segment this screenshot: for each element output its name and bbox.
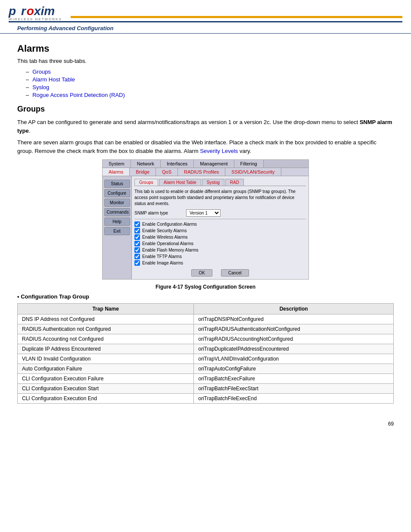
trap-name-cell: CLI Configuration Execution Start — [18, 384, 194, 394]
subtab-item-alarm-host[interactable]: – Alarm Host Table — [26, 76, 394, 83]
nav-configure[interactable]: Configure — [104, 189, 130, 197]
description-cell: oriTrapBatchExecFailure — [194, 374, 394, 384]
snmp-label: SNMP alarm type — [134, 211, 186, 215]
checkbox-security-alarms-input[interactable] — [134, 228, 140, 233]
trap-name-cell: CLI Configuration Execution Failure — [18, 374, 194, 384]
subtab-link-rad[interactable]: Rogue Access Point Detection (RAD) — [32, 92, 125, 98]
trap-name-cell: RADIUS Accounting not Configured — [18, 334, 194, 344]
logo-o: o — [27, 4, 34, 18]
tab-radius-profiles[interactable]: RADIUS Profiles — [178, 168, 225, 176]
description-cell: oriTrapRADIUSAuthenticationNotConfigured — [194, 324, 394, 334]
groups-para1: The AP can be configured to generate and… — [17, 118, 394, 135]
tab-ssid-vlan[interactable]: SSID/VLAN/Security — [225, 168, 281, 176]
inner-tab-groups[interactable]: Groups — [134, 179, 158, 186]
trap-name-cell: VLAN ID Invalid Configuration — [18, 354, 194, 364]
logo-x: x — [34, 4, 41, 18]
checkbox-operational-alarms-label: Enable Operational Alarms — [142, 241, 193, 246]
checkbox-security-alarms-label: Enable Security Alarms — [142, 228, 187, 233]
snmp-row: SNMP alarm type Version 1 Version 2c — [134, 209, 306, 217]
bullet-heading: • Configuration Trap Group — [17, 293, 394, 300]
subtabs-list: – Groups – Alarm Host Table – Syslog – R… — [26, 68, 394, 98]
checkbox-image-alarms-input[interactable] — [134, 260, 140, 266]
nav-status[interactable]: Status — [104, 180, 130, 188]
checkbox-flash-alarms-input[interactable] — [134, 247, 140, 253]
screenshot-desc: This tab is used to enable or disable di… — [134, 189, 306, 207]
subtab-item-groups[interactable]: – Groups — [26, 68, 394, 75]
subtab-link-alarm-host[interactable]: Alarm Host Table — [32, 76, 75, 83]
description-cell: oriTrapBatchFileExecStart — [194, 384, 394, 394]
trap-name-cell: Auto Configuration Failure — [18, 364, 194, 374]
checkbox-operational-alarms-input[interactable] — [134, 241, 140, 246]
snmp-select[interactable]: Version 1 Version 2c — [186, 209, 221, 217]
tab-filtering[interactable]: Filtering — [234, 160, 264, 168]
logo: p r o xim WIRELESS NETWORKS — [9, 4, 62, 21]
description-cell: oriTrapDNSIPNotConfigured — [194, 314, 394, 324]
checkbox-flash-alarms-label: Enable Flash Memory Alarms — [142, 248, 199, 252]
trap-name-cell: Duplicate IP Address Encountered — [18, 344, 194, 354]
checkbox-wireless-alarms-label: Enable Wireless Alarms — [142, 235, 188, 240]
inner-tab-rad[interactable]: RAD — [225, 179, 244, 186]
severity-levels-link[interactable]: Severity Levels — [200, 148, 238, 154]
nav-exit[interactable]: Exit — [104, 227, 130, 235]
table-row: Auto Configuration FailureoriTrapAutoCon… — [18, 364, 394, 374]
table-row: Duplicate IP Address EncounteredoriTrapD… — [18, 344, 394, 354]
description-cell: oriTrapAutoConfigFailure — [194, 364, 394, 374]
table-row: CLI Configuration Execution FailureoriTr… — [18, 374, 394, 384]
tab-interfaces[interactable]: Interfaces — [161, 160, 194, 168]
logo-p: p r — [9, 4, 27, 18]
screenshot-inner: Status Configure Monitor Commands Help E… — [103, 176, 308, 279]
description-cell: oriTrapBatchFileExecEnd — [194, 394, 394, 404]
nav-monitor[interactable]: Monitor — [104, 199, 130, 207]
trap-name-cell: DNS IP Address not Configured — [18, 314, 194, 324]
inner-tab-syslog[interactable]: Syslog — [202, 179, 224, 186]
checkbox-config-alarms-label: Enable Configuration Alarms — [142, 222, 197, 227]
tab-qos[interactable]: QoS — [156, 168, 178, 176]
table-header-description: Description — [194, 304, 394, 314]
cancel-button[interactable]: Cancel — [221, 269, 249, 277]
subtab-link-syslog[interactable]: Syslog — [32, 84, 49, 90]
tab-bridge[interactable]: Bridge — [130, 168, 156, 176]
checkbox-wireless-alarms-input[interactable] — [134, 234, 140, 240]
tab-system[interactable]: System — [103, 160, 131, 168]
checkbox-tftp-alarms-label: Enable TFTP Alarms — [142, 254, 182, 259]
nav-commands[interactable]: Commands — [104, 208, 130, 216]
ok-button[interactable]: OK — [191, 269, 212, 277]
intro-text: This tab has three sub-tabs. — [17, 58, 394, 64]
table-header-trap-name: Trap Name — [18, 304, 194, 314]
subtab-item-rad[interactable]: – Rogue Access Point Detection (RAD) — [26, 92, 394, 98]
table-row: VLAN ID Invalid ConfigurationoriTrapVLAN… — [18, 354, 394, 364]
checkbox-tftp-alarms: Enable TFTP Alarms — [134, 254, 306, 259]
left-nav: Status Configure Monitor Commands Help E… — [103, 176, 132, 279]
tab-network[interactable]: Network — [131, 160, 161, 168]
table-row: CLI Configuration Execution EndoriTrapBa… — [18, 394, 394, 404]
groups-heading: Groups — [17, 105, 394, 114]
header-gold-bar — [71, 16, 402, 19]
tab-alarms[interactable]: Alarms — [103, 168, 130, 176]
screenshot-main: Groups Alarm Host Table Syslog RAD This … — [132, 176, 308, 279]
trap-name-cell: CLI Configuration Execution End — [18, 394, 194, 404]
bullet-heading-text: Configuration Trap Group — [21, 293, 89, 300]
second-tab-bar: Alarms Bridge QoS RADIUS Profiles SSID/V… — [103, 168, 308, 176]
subtab-item-syslog[interactable]: – Syslog — [26, 84, 394, 90]
table-row: RADIUS Authentication not ConfiguredoriT… — [18, 324, 394, 334]
table-row: CLI Configuration Execution StartoriTrap… — [18, 384, 394, 394]
logo-im: im — [40, 4, 55, 18]
checkbox-config-alarms-input[interactable] — [134, 221, 140, 227]
tab-management[interactable]: Management — [194, 160, 234, 168]
top-tab-bar: System Network Interfaces Management Fil… — [103, 160, 308, 168]
screenshot-box: System Network Interfaces Management Fil… — [102, 159, 309, 280]
separator — [134, 219, 306, 219]
inner-tab-alarm-host[interactable]: Alarm Host Table — [159, 179, 201, 186]
nav-help[interactable]: Help — [104, 218, 130, 226]
subtab-link-groups[interactable]: Groups — [32, 68, 51, 75]
page-number: 69 — [0, 421, 411, 427]
table-row: DNS IP Address not ConfiguredoriTrapDNSI… — [18, 314, 394, 324]
checkbox-tftp-alarms-input[interactable] — [134, 254, 140, 259]
trap-name-cell: RADIUS Authentication not Configured — [18, 324, 194, 334]
description-cell: oriTrapRADIUSAccountingNotConfigured — [194, 334, 394, 344]
section-title: Performing Advanced Configuration — [17, 25, 113, 31]
checkbox-image-alarms: Enable Image Alarms — [134, 260, 306, 266]
figure-caption: Figure 4-17 Syslog Configuration Screen — [17, 284, 394, 290]
description-cell: oriTrapVLANIDInvalidConfiguration — [194, 354, 394, 364]
trap-table: Trap Name Description DNS IP Address not… — [17, 303, 394, 404]
